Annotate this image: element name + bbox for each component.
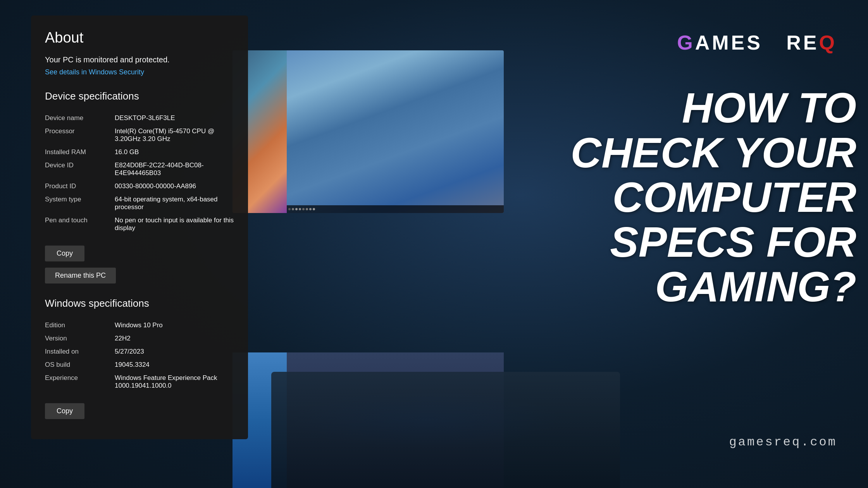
windows-spec-row: ExperienceWindows Feature Experience Pac…: [45, 371, 234, 392]
spec-label: Processor: [45, 125, 115, 146]
taskbar-item: [292, 208, 294, 210]
device-spec-row: Pen and touchNo pen or touch input is av…: [45, 214, 234, 235]
taskbar-item: [288, 208, 291, 210]
spec-value: Windows Feature Experience Pack 1000.190…: [115, 371, 234, 392]
spec-label: Installed on: [45, 345, 115, 358]
security-link[interactable]: See details in Windows Security: [45, 68, 234, 76]
device-spec-row: Installed RAM16.0 GB: [45, 146, 234, 159]
spec-value: Windows 10 Pro: [115, 319, 234, 332]
logo-req: RE: [786, 31, 819, 54]
copy-button-2[interactable]: Copy: [45, 403, 84, 419]
heading-line5: GAMING?: [655, 263, 856, 310]
spec-label: System type: [45, 193, 115, 214]
taskbar-item: [295, 208, 298, 210]
website-url: gamesreq.com: [729, 435, 837, 449]
windows-spec-row: Version22H2: [45, 332, 234, 345]
main-heading: HOW TO CHECK YOUR COMPUTER SPECS FOR GAM…: [539, 85, 856, 309]
windows-specs-table: EditionWindows 10 ProVersion22H2Installe…: [45, 319, 234, 392]
spec-value: DESKTOP-3L6F3LE: [115, 112, 234, 125]
monitor-taskbar: [287, 205, 504, 213]
spec-value: 5/27/2023: [115, 345, 234, 358]
device-spec-row: System type64-bit operating system, x64-…: [45, 193, 234, 214]
windows-specs-title: Windows specifications: [45, 297, 234, 309]
spec-value: E824D0BF-2C22-404D-BC08-E4E944465B03: [115, 159, 234, 180]
device-spec-row: Device IDE824D0BF-2C22-404D-BC08-E4E9444…: [45, 159, 234, 180]
logo-area: GAMES REQ: [677, 31, 837, 54]
panel-title: About: [45, 29, 234, 46]
monitor-area: [232, 50, 504, 213]
device-specs-title: Device specifications: [45, 90, 234, 102]
spec-label: Pen and touch: [45, 214, 115, 235]
taskbar-item: [306, 208, 308, 210]
spec-value: 64-bit operating system, x64-based proce…: [115, 193, 234, 214]
spec-value: 19045.3324: [115, 358, 234, 371]
spec-value: 00330-80000-00000-AA896: [115, 180, 234, 193]
taskbar-item: [299, 208, 301, 210]
spec-value: Intel(R) Core(TM) i5-4570 CPU @ 3.20GHz …: [115, 125, 234, 146]
logo-text: GAMES REQ: [677, 31, 837, 54]
logo-letter-g: G: [677, 31, 695, 54]
spec-label: Version: [45, 332, 115, 345]
heading-line4: SPECS FOR: [610, 218, 856, 266]
device-spec-row: Device nameDESKTOP-3L6F3LE: [45, 112, 234, 125]
heading-line2: CHECK YOUR: [570, 129, 856, 176]
logo-letter-a: AMES: [695, 31, 763, 54]
keyboard-area: [271, 372, 620, 488]
right-panel: GAMES REQ HOW TO CHECK YOUR COMPUTER SPE…: [232, 0, 868, 488]
monitor-right-screen: [287, 50, 504, 213]
copy-button-1[interactable]: Copy: [45, 246, 84, 261]
spec-label: Device ID: [45, 159, 115, 180]
settings-panel: About Your PC is monitored and protected…: [31, 15, 248, 439]
taskbar-item: [313, 208, 315, 210]
spec-value: 22H2: [115, 332, 234, 345]
protection-text: Your PC is monitored and protected.: [45, 55, 234, 64]
spec-value: 16.0 GB: [115, 146, 234, 159]
spec-label: Installed RAM: [45, 146, 115, 159]
device-spec-row: Product ID00330-80000-00000-AA896: [45, 180, 234, 193]
taskbar-item: [309, 208, 312, 210]
spec-label: Edition: [45, 319, 115, 332]
device-spec-row: ProcessorIntel(R) Core(TM) i5-4570 CPU @…: [45, 125, 234, 146]
windows-spec-row: Installed on5/27/2023: [45, 345, 234, 358]
windows-spec-row: OS build19045.3324: [45, 358, 234, 371]
spec-label: OS build: [45, 358, 115, 371]
device-specs-table: Device nameDESKTOP-3L6F3LEProcessorIntel…: [45, 112, 234, 235]
heading-text: HOW TO CHECK YOUR COMPUTER SPECS FOR GAM…: [539, 85, 856, 309]
spec-label: Device name: [45, 112, 115, 125]
logo-req-o: Q: [819, 31, 837, 54]
spec-label: Experience: [45, 371, 115, 392]
heading-line1: HOW TO: [682, 84, 856, 131]
heading-line3: COMPUTER: [613, 173, 856, 221]
rename-button[interactable]: Rename this PC: [45, 268, 116, 284]
spec-label: Product ID: [45, 180, 115, 193]
windows-spec-row: EditionWindows 10 Pro: [45, 319, 234, 332]
taskbar-item: [302, 208, 305, 210]
spec-value: No pen or touch input is available for t…: [115, 214, 234, 235]
